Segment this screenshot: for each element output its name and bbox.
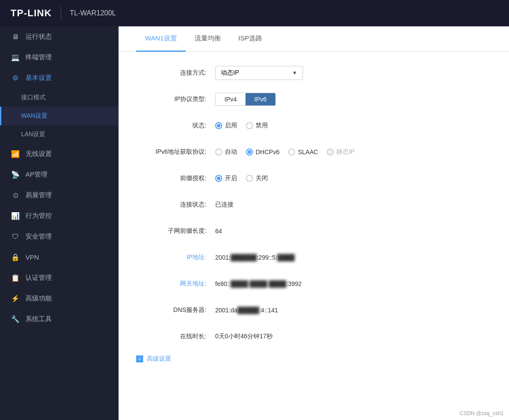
slaac-radio-circle [288, 148, 295, 156]
auto-radio[interactable]: 自动 [215, 148, 237, 156]
sidebar-item-interface-mode[interactable]: 接口模式 [0, 88, 118, 107]
header-divider [61, 7, 61, 20]
form-content: 连接方式: 动态IP ▼ IP协议类型: IPv4 IPv6 状态: [119, 52, 509, 420]
prefix-auth-radio-group: 开启 关闭 [215, 174, 268, 182]
static-ip-radio[interactable]: 静态IP [327, 148, 354, 156]
sidebar-item-easy-expand[interactable]: ⊙ 易展管理 [0, 185, 118, 206]
prefix-off-radio-circle [246, 175, 253, 182]
ipv6-acquire-row: IPv6地址获取协议: 自动 DHCPv6 SLAAC [136, 144, 491, 160]
terminal-mgmt-icon: 💻 [11, 53, 20, 62]
ip-addr-value: 2001:██████:299::5:████ [215, 254, 295, 261]
sidebar: 🖥 运行状态 💻 终端管理 ⚙ 基本设置 接口模式 WAN设置 LAN设置 📶 … [0, 26, 119, 420]
sidebar-item-label: 安全管理 [25, 232, 52, 241]
ipv6-acquire-radio-group: 自动 DHCPv6 SLAAC 静态IP [215, 148, 355, 156]
prefix-on-radio-circle [215, 175, 222, 182]
dhcpv6-radio[interactable]: DHCPv6 [246, 148, 279, 156]
conn-status-value: 已连接 [215, 201, 234, 209]
wan-settings-label: WAN设置 [21, 112, 47, 120]
sidebar-item-ap-mgmt[interactable]: 📡 AP管理 [0, 164, 118, 185]
run-status-icon: 🖥 [11, 33, 20, 41]
sidebar-item-security-mgmt[interactable]: 🛡 安全管理 [0, 226, 118, 247]
sidebar-item-auth-mgmt[interactable]: 📋 认证管理 [0, 268, 118, 288]
subnet-prefix-label: 子网前缀长度: [136, 227, 215, 235]
device-name: TL-WAR1200L [70, 9, 116, 17]
main-layout: 🖥 运行状态 💻 终端管理 ⚙ 基本设置 接口模式 WAN设置 LAN设置 📶 … [0, 26, 509, 420]
enable-radio-circle [215, 122, 222, 129]
slaac-radio[interactable]: SLAAC [288, 148, 318, 156]
tab-bar: WAN1设置 流量均衡 ISP选路 [119, 26, 509, 52]
connection-type-dropdown[interactable]: 动态IP ▼ [215, 66, 303, 80]
sidebar-item-label: 运行状态 [25, 33, 52, 41]
static-ip-radio-circle [327, 148, 334, 156]
online-time-label: 在线时长: [136, 333, 215, 340]
disable-radio-circle [246, 122, 253, 129]
ip-addr-row: IP地址: 2001:██████:299::5:████ [136, 250, 491, 265]
prefix-on-label: 开启 [225, 174, 237, 182]
sidebar-item-run-status[interactable]: 🖥 运行状态 [0, 26, 118, 47]
tab-traffic-balance[interactable]: 流量均衡 [186, 26, 230, 52]
ip-protocol-label: IP协议类型: [136, 95, 215, 103]
ipv6-acquire-label: IPv6地址获取协议: [136, 148, 215, 156]
gateway-text: fe80::████:████:████:3992 [215, 280, 302, 287]
prefix-on-radio[interactable]: 开启 [215, 174, 237, 182]
sidebar-item-lan-settings[interactable]: LAN设置 [0, 125, 118, 144]
prefix-auth-row: 前缀授权: 开启 关闭 [136, 170, 491, 186]
online-time-value: 0天0小时46分钟17秒 [215, 333, 273, 340]
status-label: 状态: [136, 122, 215, 130]
sidebar-item-label: 终端管理 [25, 53, 52, 62]
advanced-settings-link[interactable]: ✓ 高级设置 [136, 355, 491, 363]
wireless-icon: 📶 [11, 150, 20, 158]
header: TP-LINK TL-WAR1200L [0, 0, 509, 26]
ipv6-btn[interactable]: IPv6 [245, 93, 275, 105]
sidebar-item-label: 高级功能 [25, 294, 52, 303]
prefix-off-radio[interactable]: 关闭 [246, 174, 268, 182]
auto-radio-label: 自动 [225, 148, 237, 156]
sidebar-item-label: 无线设置 [25, 150, 52, 158]
sidebar-item-wan-settings[interactable]: WAN设置 [0, 107, 118, 125]
sidebar-item-label: VPN [25, 253, 39, 261]
vpn-icon: 🔒 [11, 253, 20, 261]
dns-value: 2001:da█████:4::141 [215, 307, 278, 314]
static-ip-radio-label: 静态IP [336, 148, 354, 156]
footer-watermark: CSDN @zsq_csh1 [460, 410, 504, 416]
main-content: WAN1设置 流量均衡 ISP选路 连接方式: 动态IP ▼ IP协议类型: I… [119, 26, 509, 420]
gateway-row: 网关地址: fe80::████:████:████:3992 [136, 276, 491, 292]
interface-mode-label: 接口模式 [21, 94, 46, 101]
dns-row: DNS服务器: 2001:da█████:4::141 [136, 302, 491, 318]
sidebar-item-behavior-ctrl[interactable]: 📊 行为管控 [0, 206, 118, 226]
advanced-func-icon: ⚡ [11, 294, 20, 303]
logo: TP-LINK [11, 7, 52, 19]
behavior-ctrl-icon: 📊 [11, 212, 20, 220]
gateway-label: 网关地址: [136, 280, 215, 288]
security-icon: 🛡 [11, 233, 20, 241]
dhcpv6-radio-circle [246, 148, 253, 156]
dns-text: 2001:da█████:4::141 [215, 307, 278, 314]
connection-type-value: 动态IP [221, 69, 239, 77]
connection-type-label: 连接方式: [136, 69, 215, 77]
status-radio-group: 启用 禁用 [215, 122, 268, 130]
tab-wan1[interactable]: WAN1设置 [136, 26, 186, 52]
dropdown-arrow-icon: ▼ [292, 70, 297, 76]
sidebar-item-terminal-mgmt[interactable]: 💻 终端管理 [0, 47, 118, 68]
conn-status-label: 连接状态: [136, 201, 215, 209]
sidebar-item-advanced-func[interactable]: ⚡ 高级功能 [0, 288, 118, 309]
sidebar-item-wireless-settings[interactable]: 📶 无线设置 [0, 144, 118, 164]
gateway-value: fe80::████:████:████:3992 [215, 280, 302, 287]
easy-expand-icon: ⊙ [11, 191, 20, 199]
ip-protocol-row: IP协议类型: IPv4 IPv6 [136, 91, 491, 107]
sidebar-item-basic-settings[interactable]: ⚙ 基本设置 [0, 68, 118, 88]
prefix-off-label: 关闭 [256, 174, 268, 182]
ip-addr-label: IP地址: [136, 253, 215, 261]
auto-radio-circle [215, 148, 222, 156]
system-tools-icon: 🔧 [11, 315, 20, 323]
ipv4-btn[interactable]: IPv4 [216, 93, 245, 105]
dns-label: DNS服务器: [136, 306, 215, 314]
disable-radio[interactable]: 禁用 [246, 122, 268, 130]
sidebar-item-label: AP管理 [25, 170, 47, 179]
enable-radio[interactable]: 启用 [215, 122, 237, 130]
sidebar-item-system-tools[interactable]: 🔧 系统工具 [0, 309, 118, 329]
tab-isp-routing[interactable]: ISP选路 [230, 26, 271, 52]
sidebar-item-vpn[interactable]: 🔒 VPN [0, 247, 118, 268]
enable-radio-label: 启用 [225, 122, 237, 130]
disable-radio-label: 禁用 [256, 122, 268, 130]
